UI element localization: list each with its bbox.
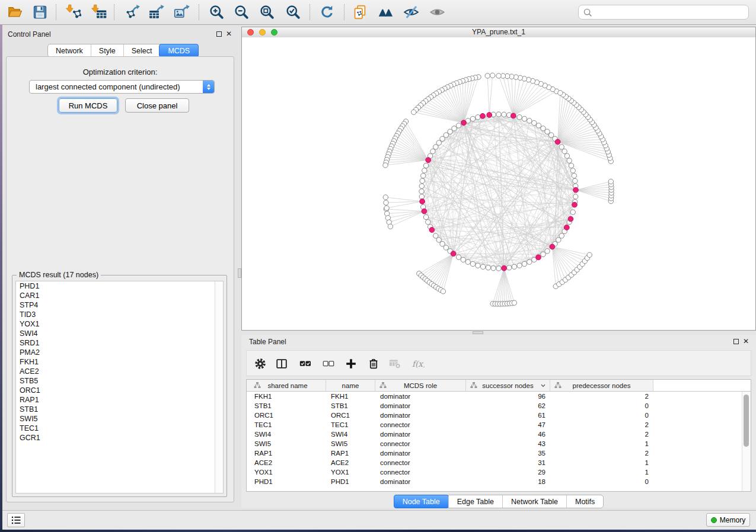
graph-leaf-node[interactable] [558, 91, 563, 95]
zoom-in-button[interactable] [206, 2, 227, 22]
graph-node-highlighted[interactable] [536, 255, 541, 260]
graph-node-highlighted[interactable] [451, 251, 456, 257]
graph-node-highlighted[interactable] [568, 216, 573, 222]
table-panel-float-button[interactable] [733, 339, 739, 344]
graph-node[interactable] [532, 120, 537, 125]
close-panel-button[interactable]: Close panel [125, 98, 189, 113]
run-mcds-button[interactable]: Run MCDS [59, 98, 117, 113]
control-panel-close-button[interactable]: ✕ [226, 31, 232, 37]
graph-leaf-node[interactable] [388, 224, 393, 229]
tab-mcds[interactable]: MCDS [159, 44, 199, 57]
mcds-result-item[interactable]: CAR1 [16, 291, 223, 300]
table-row[interactable]: ACE2ACE2connector311 [247, 458, 742, 467]
graph-node[interactable] [491, 266, 496, 271]
graph-node[interactable] [512, 264, 516, 269]
splitter-grip[interactable] [473, 331, 483, 334]
export-table-button[interactable] [146, 2, 166, 22]
mcds-result-item[interactable]: TID3 [16, 310, 223, 319]
graph-node[interactable] [465, 259, 470, 264]
graph-leaf-node[interactable] [587, 252, 592, 257]
mcds-result-item[interactable]: SRD1 [16, 338, 223, 348]
export-network-button[interactable] [122, 2, 142, 22]
column-header-shared-name[interactable]: shared name [250, 380, 326, 391]
zoom-selected-button[interactable] [283, 2, 303, 22]
graph-node[interactable] [476, 115, 480, 120]
graph-node[interactable] [569, 163, 573, 168]
memory-button[interactable]: Memory [706, 513, 750, 527]
graph-node[interactable] [436, 238, 441, 242]
graph-leaf-node[interactable] [384, 200, 388, 205]
graph-node[interactable] [444, 245, 448, 250]
graph-node[interactable] [496, 266, 501, 271]
table-row[interactable]: YOX1YOX1connector291 [247, 467, 742, 477]
column-header-name[interactable]: name [326, 380, 375, 391]
graph-node[interactable] [480, 264, 485, 269]
export-image-button[interactable] [171, 2, 192, 22]
graph-node[interactable] [545, 129, 550, 134]
graph-node[interactable] [422, 168, 427, 173]
graph-node[interactable] [444, 133, 448, 137]
graph-node-highlighted[interactable] [429, 227, 435, 233]
tab-network-table[interactable]: Network Table [502, 495, 566, 508]
create-column-button[interactable] [342, 357, 360, 371]
import-table-button[interactable] [88, 2, 109, 22]
graph-node[interactable] [559, 233, 564, 238]
search-input[interactable] [593, 6, 748, 19]
import-network-button[interactable] [63, 2, 83, 22]
graph-node[interactable] [436, 140, 441, 145]
search-box[interactable] [578, 5, 749, 20]
graph-node[interactable] [470, 116, 475, 121]
graph-node-highlighted[interactable] [426, 158, 431, 163]
graph-node-highlighted[interactable] [564, 225, 569, 230]
control-panel-float-button[interactable] [216, 31, 222, 37]
table-row[interactable]: TEC1TEC1connector472 [247, 420, 742, 430]
find-button[interactable] [375, 2, 395, 22]
graph-node[interactable] [426, 220, 430, 225]
table-row[interactable]: PHD1PHD1dominator180 [247, 477, 742, 486]
graph-leaf-node[interactable] [512, 300, 516, 305]
graph-leaf-node[interactable] [608, 179, 613, 184]
show-all-columns-button[interactable] [296, 357, 314, 371]
tab-network[interactable]: Network [48, 44, 91, 57]
mcds-result-item[interactable]: SWI4 [16, 329, 223, 338]
graph-node-highlighted[interactable] [573, 187, 579, 193]
graph-node[interactable] [573, 194, 578, 199]
network-graph-canvas[interactable] [242, 37, 755, 330]
graph-node[interactable] [423, 163, 428, 168]
graph-node[interactable] [522, 116, 527, 121]
hide-selected-button[interactable] [401, 2, 421, 22]
table-row[interactable]: SWI4SWI4dominator462 [247, 430, 742, 439]
mcds-result-item[interactable]: GCR1 [16, 433, 223, 443]
graph-leaf-node[interactable] [490, 73, 495, 78]
zoom-fit-button[interactable] [257, 2, 277, 22]
graph-node[interactable] [452, 126, 457, 131]
table-row[interactable]: ORC1ORC1dominator610 [247, 411, 742, 420]
graph-leaf-node[interactable] [441, 289, 445, 294]
graph-node[interactable] [517, 263, 522, 268]
table-row[interactable]: FKH1FKH1dominator962 [247, 392, 742, 401]
graph-node[interactable] [448, 129, 452, 134]
graph-node[interactable] [517, 115, 522, 120]
zoom-out-button[interactable] [231, 2, 251, 22]
graph-node[interactable] [496, 112, 501, 117]
graph-node[interactable] [433, 233, 438, 238]
graph-node[interactable] [421, 173, 426, 178]
graph-node[interactable] [430, 149, 435, 153]
graph-node[interactable] [476, 263, 480, 268]
graph-node-highlighted[interactable] [511, 113, 516, 118]
table-panel-close-button[interactable]: ✕ [743, 338, 749, 344]
graph-node-highlighted[interactable] [487, 113, 492, 118]
graph-node[interactable] [420, 178, 425, 183]
graph-node-highlighted[interactable] [572, 202, 578, 207]
scrollbar-thumb[interactable] [744, 395, 749, 447]
graph-node[interactable] [419, 189, 424, 194]
graph-node[interactable] [419, 184, 424, 188]
delete-columns-button[interactable] [365, 357, 382, 371]
column-header-MCDS-role[interactable]: MCDS role [375, 380, 466, 391]
mcds-result-item[interactable]: FKH1 [16, 357, 223, 367]
table-row[interactable]: STB1STB1dominator620 [247, 401, 742, 411]
graph-node[interactable] [440, 242, 445, 246]
table-row[interactable]: RAP1RAP1dominator352 [247, 448, 742, 458]
tab-select[interactable]: Select [123, 44, 160, 57]
graph-node-highlighted[interactable] [420, 199, 425, 204]
